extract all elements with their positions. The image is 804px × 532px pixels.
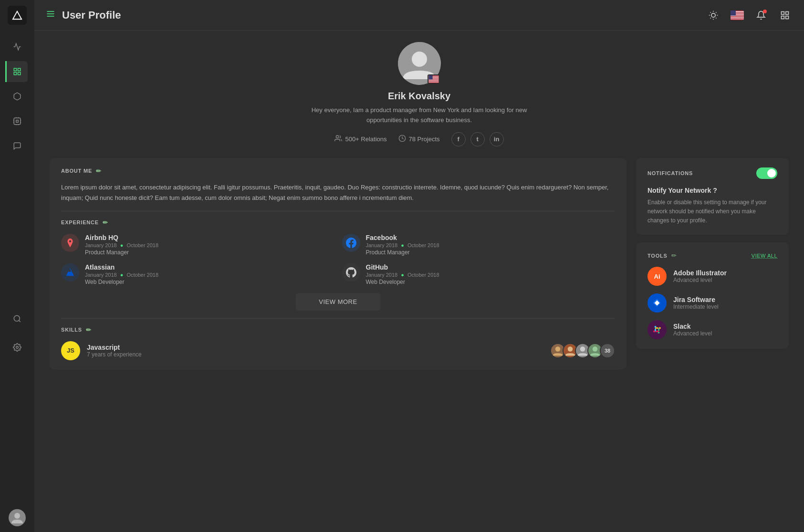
sidebar-item-activity[interactable] — [7, 36, 28, 57]
divider-about — [61, 211, 615, 211]
theme-toggle-icon[interactable] — [706, 8, 721, 23]
svg-rect-62 — [428, 81, 439, 82]
jira-name: Jira Software — [673, 296, 719, 303]
svg-point-19 — [14, 513, 20, 519]
linkedin-link[interactable]: in — [490, 132, 504, 146]
svg-point-15 — [14, 315, 20, 321]
experience-header: EXPERIENCE ✏ — [61, 219, 615, 226]
logo[interactable] — [8, 6, 27, 25]
slack-level: Advanced level — [673, 330, 712, 337]
header: User Profile — [34, 0, 804, 31]
ai-name: Adobe Illustrator — [673, 269, 727, 277]
about-label: ABOUT ME — [61, 168, 92, 174]
notifications-toggle[interactable] — [756, 167, 777, 179]
projects-count: 78 Projects — [409, 136, 440, 143]
svg-point-71 — [568, 346, 573, 352]
sidebar-item-dashboard[interactable] — [5, 61, 28, 82]
about-text: Lorem ipsum dolor sit amet, consectetur … — [61, 182, 615, 203]
ai-info: Adobe Illustrator Advanced level — [673, 269, 727, 283]
notifications-label: NOTIFICATIONS — [647, 170, 693, 176]
svg-rect-61 — [428, 81, 439, 81]
profile-flag — [428, 74, 440, 84]
sidebar — [0, 0, 34, 532]
main-content: User Profile — [34, 0, 804, 532]
svg-line-31 — [716, 12, 716, 12]
projects-icon — [398, 135, 406, 144]
svg-point-23 — [711, 13, 715, 17]
skill-info: Javascript 7 years of experience — [87, 344, 142, 358]
skills-header: SKILLS ✏ — [61, 326, 615, 334]
view-more-button[interactable]: VIEW MORE — [296, 293, 380, 311]
skill-javascript: JS Javascript 7 years of experience — [61, 341, 615, 360]
ai-logo: Ai — [647, 267, 667, 286]
tool-slack: Slack Advanced level — [647, 320, 777, 339]
airbnb-role: Product Manager — [85, 249, 158, 256]
svg-rect-45 — [731, 10, 736, 16]
atlassian-name: Atlassian — [85, 263, 158, 271]
notifications-bell-icon[interactable] — [753, 8, 769, 23]
tools-edit-icon[interactable]: ✏ — [671, 252, 677, 259]
slack-logo — [647, 320, 667, 339]
svg-point-66 — [336, 136, 339, 138]
two-col-layout: ABOUT ME ✏ Lorem ipsum dolor sit amet, c… — [50, 158, 789, 377]
flag-icon[interactable] — [730, 8, 745, 23]
avatar[interactable] — [9, 509, 26, 526]
endorsers-count: 38 — [600, 343, 615, 358]
svg-rect-43 — [731, 18, 744, 19]
experience-grid: Airbnb HQ January 2018 ● October 2018 Pr… — [61, 234, 615, 285]
svg-rect-42 — [731, 18, 744, 19]
exp-airbnb: Airbnb HQ January 2018 ● October 2018 Pr… — [61, 234, 334, 256]
facebook-link[interactable]: f — [451, 132, 466, 146]
exp-atlassian: Atlassian January 2018 ● October 2018 We… — [61, 263, 334, 285]
twitter-link[interactable]: t — [470, 132, 485, 146]
sidebar-item-chip[interactable] — [7, 111, 28, 132]
experience-edit-icon[interactable]: ✏ — [103, 219, 108, 226]
tools-card: TOOLS ✏ VIEW ALL Ai Adobe Illustrator Ad… — [636, 242, 789, 349]
about-card: ABOUT ME ✏ Lorem ipsum dolor sit amet, c… — [50, 158, 626, 370]
svg-point-51 — [412, 52, 427, 67]
about-header: ABOUT ME ✏ — [61, 167, 615, 175]
svg-line-27 — [716, 18, 716, 18]
atlassian-role: Web Developer — [85, 279, 158, 285]
github-name: GitHub — [366, 263, 439, 271]
svg-rect-4 — [18, 73, 21, 75]
svg-point-17 — [16, 346, 19, 348]
profile-bio: Hey everyone, Iam a product manager from… — [305, 105, 534, 125]
atlassian-logo — [61, 263, 79, 282]
svg-rect-1 — [14, 68, 16, 71]
svg-rect-3 — [14, 73, 16, 75]
svg-point-80 — [659, 327, 661, 329]
sidebar-item-box[interactable] — [7, 86, 28, 107]
sidebar-item-chat[interactable] — [7, 136, 28, 156]
sidebar-item-search[interactable] — [7, 308, 28, 329]
right-column: NOTIFICATIONS Notify Your Network ? Enab… — [636, 158, 789, 349]
github-logo — [342, 263, 360, 282]
svg-rect-83 — [656, 331, 659, 332]
sidebar-item-settings[interactable] — [7, 337, 28, 358]
projects-stat: 78 Projects — [398, 135, 440, 144]
ai-logo-text: Ai — [654, 273, 660, 280]
jira-level: Intermediate level — [673, 303, 719, 310]
jira-info: Jira Software Intermediate level — [673, 296, 719, 310]
skills-edit-icon[interactable]: ✏ — [86, 326, 92, 334]
svg-point-82 — [653, 331, 655, 333]
tools-view-all[interactable]: VIEW ALL — [752, 253, 777, 259]
experience-label: EXPERIENCE — [61, 219, 99, 225]
tool-ai: Ai Adobe Illustrator Advanced level — [647, 267, 777, 286]
profile-avatar-wrap — [398, 42, 441, 85]
svg-rect-46 — [782, 11, 784, 14]
airbnb-name: Airbnb HQ — [85, 234, 158, 241]
relations-icon — [334, 135, 342, 144]
svg-rect-5 — [16, 120, 19, 123]
svg-rect-81 — [655, 327, 658, 329]
apps-grid-icon[interactable] — [777, 8, 793, 23]
menu-icon[interactable] — [46, 9, 55, 21]
page-title: User Profile — [62, 9, 706, 21]
left-column: ABOUT ME ✏ Lorem ipsum dolor sit amet, c… — [50, 158, 626, 377]
tools-label: TOOLS — [647, 253, 668, 259]
about-edit-icon[interactable]: ✏ — [96, 167, 102, 175]
skills-label: SKILLS — [61, 327, 82, 333]
svg-rect-44 — [731, 19, 744, 20]
svg-rect-47 — [786, 11, 789, 14]
svg-point-73 — [580, 346, 585, 352]
